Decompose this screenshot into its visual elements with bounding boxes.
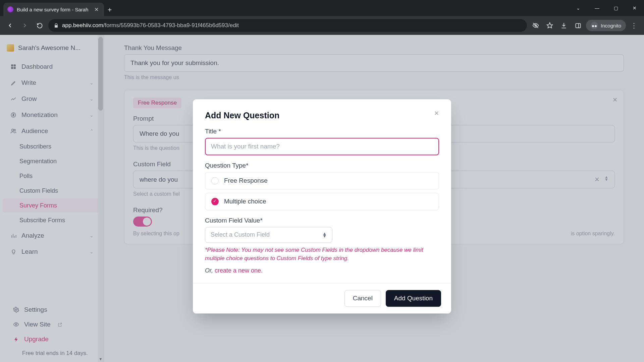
nav-reload-icon[interactable] <box>34 19 46 32</box>
add-question-modal: ✕ Add New Question Title * Question Type… <box>193 99 451 313</box>
custom-field-note: *Please Note: You may not see some Custo… <box>205 246 426 262</box>
url-text: app.beehiiv.com/forms/55993b76-0583-4793… <box>62 22 239 29</box>
window-close-icon[interactable]: ✕ <box>625 0 644 16</box>
incognito-icon <box>591 22 598 29</box>
address-bar[interactable]: app.beehiiv.com/forms/55993b76-0583-4793… <box>48 19 527 32</box>
window-minimize-icon[interactable]: ― <box>588 0 606 16</box>
bookmark-star-icon[interactable] <box>544 19 556 32</box>
radio-icon <box>211 177 219 184</box>
modal-title: Add New Question <box>205 111 439 120</box>
cancel-button[interactable]: Cancel <box>344 290 381 307</box>
download-icon[interactable] <box>558 19 570 32</box>
or-create-line: Or, create a new one. <box>205 267 439 275</box>
incognito-badge[interactable]: Incognito <box>586 20 626 31</box>
browser-menu-icon[interactable]: ⋮ <box>628 21 640 29</box>
option-label: Free Response <box>224 177 268 184</box>
browser-tab[interactable]: Build a new survey form - Sarah ✕ <box>3 3 104 16</box>
create-new-link[interactable]: create a new one. <box>215 267 263 274</box>
browser-titlebar: Build a new survey form - Sarah ✕ ＋ ⌄ ― … <box>0 0 644 16</box>
svg-marker-2 <box>547 23 553 28</box>
new-tab-button[interactable]: ＋ <box>104 3 115 16</box>
title-input[interactable] <box>205 138 439 155</box>
option-label: Multiple choice <box>224 198 266 205</box>
lock-icon <box>54 23 59 28</box>
add-question-button[interactable]: Add Question <box>386 290 441 307</box>
nav-back-icon[interactable] <box>4 19 16 32</box>
select-chevron-icon: ▲▼ <box>322 232 327 238</box>
title-label: Title * <box>205 128 439 135</box>
tab-close-icon[interactable]: ✕ <box>94 6 99 13</box>
select-placeholder: Select a Custom Field <box>211 231 270 238</box>
favicon <box>7 6 13 12</box>
radio-selected-icon <box>211 198 219 205</box>
custom-field-value-select[interactable]: Select a Custom Field ▲▼ <box>205 227 332 243</box>
browser-toolbar: app.beehiiv.com/forms/55993b76-0583-4793… <box>0 16 644 35</box>
svg-rect-3 <box>576 23 580 28</box>
window-controls: ⌄ ― ▢ ✕ <box>569 0 644 16</box>
incognito-label: Incognito <box>601 23 621 28</box>
window-maximize-icon[interactable]: ▢ <box>606 0 625 16</box>
qtype-label: Question Type* <box>205 162 439 169</box>
qtype-option-multiple-choice[interactable]: Multiple choice <box>205 193 439 210</box>
modal-close-button[interactable]: ✕ <box>431 108 442 119</box>
window-dropdown-icon[interactable]: ⌄ <box>569 0 588 16</box>
qtype-option-free-response[interactable]: Free Response <box>205 172 439 189</box>
tab-title: Build a new survey form - Sarah <box>17 7 91 12</box>
eye-off-icon[interactable] <box>530 19 542 32</box>
cfv-label: Custom Field Value* <box>205 217 439 224</box>
nav-forward-icon[interactable] <box>19 19 31 32</box>
side-panel-icon[interactable] <box>572 19 584 32</box>
